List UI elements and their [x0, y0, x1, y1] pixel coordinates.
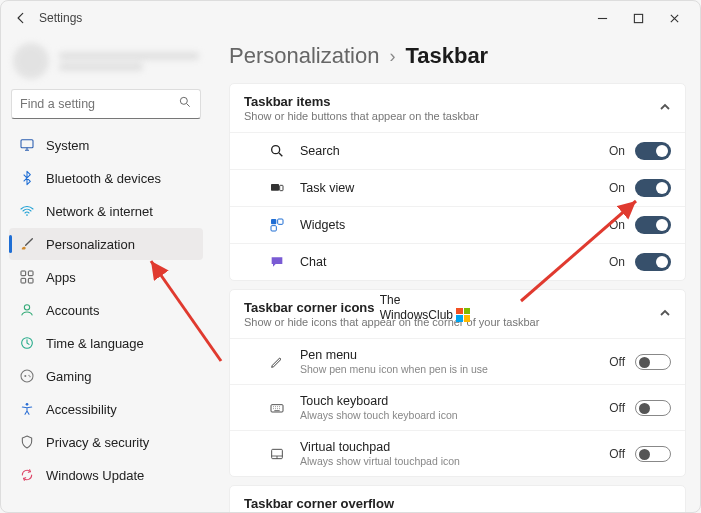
- toggle-touch-keyboard[interactable]: [635, 400, 671, 416]
- sidebar-item-label: Time & language: [46, 336, 144, 351]
- breadcrumb-current: Taskbar: [405, 43, 488, 69]
- brush-icon: [19, 236, 35, 252]
- sidebar-item-label: System: [46, 138, 89, 153]
- svg-rect-16: [280, 185, 283, 190]
- svg-rect-17: [271, 219, 276, 224]
- sidebar-item-update[interactable]: Windows Update: [9, 459, 203, 491]
- section-title: Taskbar corner icons: [244, 300, 641, 315]
- row-label: Widgets: [300, 218, 609, 232]
- svg-point-8: [24, 305, 29, 310]
- sidebar-item-label: Network & internet: [46, 204, 153, 219]
- toggle-state: Off: [609, 447, 625, 461]
- row-pen-menu: Pen menu Show pen menu icon when pen is …: [230, 338, 685, 384]
- main-content: Personalization › Taskbar Taskbar items …: [211, 35, 700, 512]
- toggle-chat[interactable]: [635, 253, 671, 271]
- apps-icon: [19, 269, 35, 285]
- sidebar-item-privacy[interactable]: Privacy & security: [9, 426, 203, 458]
- section-subtitle: Show or hide buttons that appear on the …: [244, 110, 641, 122]
- row-task-view: Task view On: [230, 169, 685, 206]
- sidebar-item-label: Accessibility: [46, 402, 117, 417]
- sidebar-item-label: Accounts: [46, 303, 99, 318]
- sidebar-item-bluetooth[interactable]: Bluetooth & devices: [9, 162, 203, 194]
- profile-block[interactable]: [7, 41, 205, 85]
- nav-list: System Bluetooth & devices Network & int…: [7, 129, 205, 491]
- sidebar-item-accounts[interactable]: Accounts: [9, 294, 203, 326]
- toggle-search[interactable]: [635, 142, 671, 160]
- chat-icon: [268, 253, 286, 271]
- toggle-task-view[interactable]: [635, 179, 671, 197]
- accessibility-icon: [19, 401, 35, 417]
- toggle-state: On: [609, 218, 625, 232]
- avatar: [13, 43, 49, 79]
- svg-rect-4: [21, 271, 26, 276]
- row-label: Virtual touchpad: [300, 440, 609, 454]
- task-view-icon: [268, 179, 286, 197]
- section-header[interactable]: Taskbar corner overflow Choose which ico…: [230, 486, 685, 512]
- row-chat: Chat On: [230, 243, 685, 280]
- toggle-widgets[interactable]: [635, 216, 671, 234]
- section-title: Taskbar items: [244, 94, 641, 109]
- system-icon: [19, 137, 35, 153]
- sidebar-item-personalization[interactable]: Personalization: [9, 228, 203, 260]
- row-sublabel: Always show touch keyboard icon: [300, 409, 609, 421]
- svg-point-13: [26, 403, 29, 406]
- svg-rect-6: [21, 278, 26, 283]
- search-input[interactable]: [20, 97, 178, 111]
- widgets-icon: [268, 216, 286, 234]
- sidebar-item-label: Windows Update: [46, 468, 144, 483]
- svg-point-3: [26, 214, 28, 216]
- sidebar-item-network[interactable]: Network & internet: [9, 195, 203, 227]
- svg-point-10: [21, 370, 33, 382]
- sidebar-item-system[interactable]: System: [9, 129, 203, 161]
- maximize-button[interactable]: [620, 4, 656, 32]
- sidebar-item-label: Bluetooth & devices: [46, 171, 161, 186]
- breadcrumb-parent[interactable]: Personalization: [229, 43, 379, 69]
- row-label: Touch keyboard: [300, 394, 609, 408]
- section-overflow: Taskbar corner overflow Choose which ico…: [229, 485, 686, 512]
- update-icon: [19, 467, 35, 483]
- wifi-icon: [19, 203, 35, 219]
- svg-rect-2: [21, 140, 33, 148]
- sidebar-item-accessibility[interactable]: Accessibility: [9, 393, 203, 425]
- svg-rect-19: [271, 226, 276, 231]
- chevron-up-icon: [659, 305, 671, 323]
- row-sublabel: Always show virtual touchpad icon: [300, 455, 609, 467]
- sidebar-item-gaming[interactable]: Gaming: [9, 360, 203, 392]
- sidebar: System Bluetooth & devices Network & int…: [1, 35, 211, 512]
- sidebar-item-label: Apps: [46, 270, 76, 285]
- row-label: Pen menu: [300, 348, 609, 362]
- sidebar-item-time-language[interactable]: Time & language: [9, 327, 203, 359]
- section-header[interactable]: Taskbar items Show or hide buttons that …: [230, 84, 685, 132]
- clock-icon: [19, 335, 35, 351]
- titlebar: Settings: [1, 1, 700, 35]
- svg-point-1: [180, 97, 187, 104]
- svg-rect-0: [634, 14, 642, 22]
- keyboard-icon: [268, 399, 286, 417]
- settings-window: Settings System Bluetoo: [0, 0, 701, 513]
- chevron-down-icon: [659, 507, 671, 512]
- minimize-button[interactable]: [584, 4, 620, 32]
- sidebar-item-label: Gaming: [46, 369, 92, 384]
- chevron-up-icon: [659, 99, 671, 117]
- search-box[interactable]: [11, 89, 201, 119]
- sidebar-item-apps[interactable]: Apps: [9, 261, 203, 293]
- row-widgets: Widgets On: [230, 206, 685, 243]
- close-button[interactable]: [656, 4, 692, 32]
- section-header[interactable]: Taskbar corner icons Show or hide icons …: [230, 290, 685, 338]
- row-virtual-touchpad: Virtual touchpad Always show virtual tou…: [230, 430, 685, 476]
- toggle-pen-menu[interactable]: [635, 354, 671, 370]
- back-button[interactable]: [9, 6, 33, 30]
- sidebar-item-label: Privacy & security: [46, 435, 149, 450]
- touchpad-icon: [268, 445, 286, 463]
- window-title: Settings: [39, 11, 82, 25]
- sidebar-item-label: Personalization: [46, 237, 135, 252]
- chevron-right-icon: ›: [389, 46, 395, 67]
- svg-rect-18: [278, 219, 283, 224]
- section-taskbar-items: Taskbar items Show or hide buttons that …: [229, 83, 686, 281]
- toggle-virtual-touchpad[interactable]: [635, 446, 671, 462]
- search-icon: [268, 142, 286, 160]
- toggle-state: On: [609, 144, 625, 158]
- toggle-state: Off: [609, 355, 625, 369]
- toggle-state: On: [609, 255, 625, 269]
- shield-icon: [19, 434, 35, 450]
